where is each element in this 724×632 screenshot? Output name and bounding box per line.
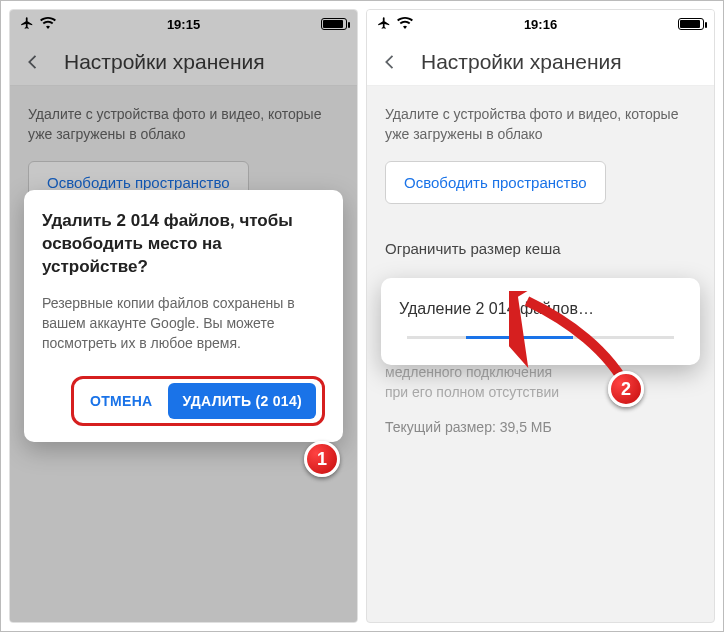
dialog-title: Удалить 2 014 файлов, чтобы освободить м… (42, 210, 325, 279)
progress-dialog: Удаление 2 014 файлов… (381, 278, 700, 365)
annotation-marker-1: 1 (304, 441, 340, 477)
current-cache-size: Текущий размер: 39,5 МБ (385, 417, 696, 437)
cache-desc-line2: при его полном отсутствии (385, 382, 696, 402)
annotation-marker-2: 2 (608, 371, 644, 407)
header: Настройки хранения (367, 38, 714, 86)
free-space-desc: Удалите с устройства фото и видео, котор… (385, 104, 696, 145)
cache-section-title: Ограничить размер кеша (385, 238, 696, 260)
cache-desc-line: медленного подключения (385, 362, 696, 382)
cancel-button[interactable]: ОТМЕНА (80, 385, 162, 417)
battery-icon (678, 18, 704, 30)
progress-label: Удаление 2 014 файлов… (399, 300, 682, 318)
progress-fill (466, 336, 573, 339)
delete-button[interactable]: УДАЛИТЬ (2 014) (168, 383, 316, 419)
free-space-button[interactable]: Освободить пространство (385, 161, 606, 205)
status-time: 19:16 (486, 17, 595, 32)
highlight-box: ОТМЕНА УДАЛИТЬ (2 014) (71, 376, 325, 426)
settings-body: Удалите с устройства фото и видео, котор… (367, 86, 714, 455)
airplane-icon (377, 16, 391, 33)
progress-bar (407, 336, 674, 339)
delete-confirm-dialog: Удалить 2 014 файлов, чтобы освободить м… (24, 190, 343, 442)
phone-left: 19:15 Настройки хранения Удалите с устро… (9, 9, 358, 623)
page-title: Настройки хранения (421, 50, 622, 74)
status-bar: 19:16 (367, 10, 714, 38)
phone-right: 19:16 Настройки хранения Удалите с устро… (366, 9, 715, 623)
dialog-body: Резервные копии файлов сохранены в вашем… (42, 293, 325, 354)
back-icon[interactable] (379, 51, 401, 73)
dialog-actions: ОТМЕНА УДАЛИТЬ (2 014) (42, 376, 325, 426)
wifi-icon (397, 17, 413, 32)
